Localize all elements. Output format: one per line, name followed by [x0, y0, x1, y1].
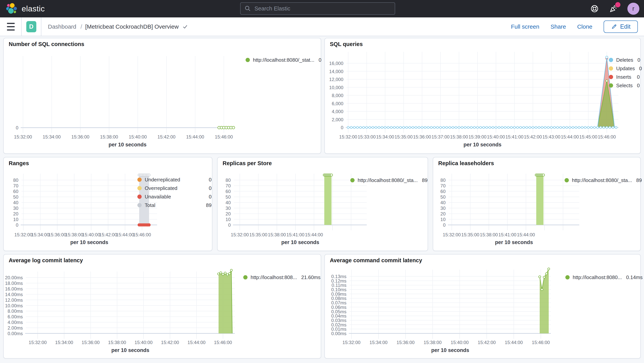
svg-text:15:36:00: 15:36:00	[396, 340, 414, 345]
legend-swatch-icon	[564, 178, 569, 182]
svg-text:15:40:00: 15:40:00	[129, 134, 147, 139]
svg-text:15:41:00: 15:41:00	[286, 232, 304, 237]
chart-area[interactable]: 0.13ms0.12ms0.11ms0.10ms0.09ms0.08ms0.07…	[325, 254, 640, 358]
user-avatar[interactable]: r	[628, 3, 639, 15]
svg-text:12,000: 12,000	[329, 77, 343, 82]
svg-text:15:36:00: 15:36:00	[82, 340, 100, 345]
svg-text:70: 70	[440, 183, 446, 188]
page-title: [Metricbeat CockroachDB] Overview	[85, 24, 179, 30]
edit-button[interactable]: Edit	[604, 21, 638, 33]
chart-area[interactable]: 8070605040302010015:32:0015:35:0015:38:0…	[218, 157, 428, 251]
panel-title[interactable]: SQL queries	[330, 41, 363, 47]
svg-text:15:35:00: 15:35:00	[461, 232, 479, 237]
svg-text:15:38:00: 15:38:00	[268, 232, 286, 237]
chart-area[interactable]: 16,00014,00012,00010,0008,0006,0004,0002…	[325, 38, 640, 153]
legend-item[interactable]: Selects0	[609, 81, 640, 90]
svg-text:15:40:00: 15:40:00	[134, 340, 152, 345]
svg-text:15:38:00: 15:38:00	[450, 134, 468, 139]
legend-item[interactable]: Underreplicated0	[138, 175, 212, 184]
chart-svg: 16,00014,00012,00010,0008,0006,0004,0002…	[325, 38, 640, 153]
panel-title[interactable]: Replicas per Store	[222, 160, 272, 167]
svg-text:15:36:00: 15:36:00	[71, 134, 89, 139]
share-button[interactable]: Share	[550, 24, 566, 30]
x-axis-title: per 10 seconds	[22, 142, 234, 148]
svg-text:0: 0	[443, 222, 446, 228]
panel-number-of-sql-connections: Number of SQL connections 015:32:0015:34…	[3, 38, 321, 154]
x-axis-title: per 10 seconds	[234, 239, 367, 245]
breadcrumb-dashboard[interactable]: Dashboard	[47, 23, 78, 30]
chart-legend: http://localhost:8080/_sta...89	[564, 176, 636, 184]
svg-text:15:44:00: 15:44:00	[505, 340, 523, 345]
svg-text:16.00ms: 16.00ms	[5, 286, 23, 291]
svg-text:40: 40	[440, 200, 446, 205]
elastic-logo[interactable]: elastic	[6, 0, 45, 18]
svg-text:30: 30	[226, 206, 231, 211]
clone-button[interactable]: Clone	[577, 24, 592, 30]
legend-value: 0	[314, 57, 321, 63]
svg-text:20.00ms: 20.00ms	[5, 275, 23, 280]
global-search-box[interactable]	[240, 2, 395, 15]
help-button[interactable]	[590, 4, 600, 14]
svg-text:15:38:00: 15:38:00	[108, 340, 126, 345]
chart-area[interactable]: 20.00ms18.00ms16.00ms14.00ms12.00ms10.00…	[4, 254, 321, 358]
svg-text:18.00ms: 18.00ms	[5, 281, 23, 286]
logo-wordmark: elastic	[22, 4, 45, 13]
svg-text:15:40:00: 15:40:00	[450, 340, 468, 345]
legend-label: http://localhost:8080/_stat...	[253, 57, 314, 63]
legend-item[interactable]: Updates0	[609, 64, 640, 73]
legend-label: http://localhost:808...	[250, 274, 297, 280]
legend-label: http://localhost:8080/_sta...	[572, 177, 632, 183]
svg-text:15:40:00: 15:40:00	[82, 232, 100, 237]
legend-item[interactable]: http://localhost:8080/_stat...0	[246, 56, 318, 64]
legend-swatch-icon	[243, 275, 248, 279]
panel-title[interactable]: Average command commit latency	[330, 257, 422, 264]
svg-text:50: 50	[13, 194, 18, 200]
legend-item[interactable]: http://localhost:8080/_sta...89	[564, 176, 636, 184]
legend-item[interactable]: Overreplicated0	[138, 184, 212, 192]
svg-text:15:46:00: 15:46:00	[215, 134, 233, 139]
legend-item[interactable]: http://localhost:8080...0.14ms	[565, 273, 640, 282]
svg-text:6,000: 6,000	[332, 101, 343, 106]
svg-text:60: 60	[13, 189, 18, 194]
legend-swatch-icon	[609, 66, 613, 71]
svg-text:15:42:00: 15:42:00	[99, 232, 117, 237]
legend-item[interactable]: Unavailable0	[138, 192, 212, 201]
panel-title[interactable]: Ranges	[9, 160, 29, 167]
panel-title[interactable]: Number of SQL connections	[9, 41, 84, 47]
chart-legend: Deletes0Updates0Inserts0Selects0	[609, 56, 640, 90]
svg-text:15:44:00: 15:44:00	[188, 340, 206, 345]
chart-area[interactable]: 8070605040302010015:32:0015:35:0015:38:0…	[433, 157, 640, 251]
legend-swatch-icon	[138, 186, 142, 190]
svg-text:14.00ms: 14.00ms	[5, 292, 23, 297]
panel-title[interactable]: Replica leaseholders	[438, 160, 494, 167]
dashboard-app-badge[interactable]: D	[26, 21, 36, 32]
svg-text:15:32:00: 15:32:00	[443, 232, 461, 237]
legend-item[interactable]: Inserts0	[609, 73, 640, 81]
avatar-letter: r	[632, 5, 634, 12]
legend-label: Underreplicated	[145, 177, 180, 183]
menu-button[interactable]	[7, 23, 16, 31]
dashboard-toolbar: D Dashboard / [Metricbeat CockroachDB] O…	[0, 18, 644, 36]
svg-text:16,000: 16,000	[329, 61, 343, 66]
svg-text:2.00ms: 2.00ms	[8, 325, 23, 330]
panel-ranges: Ranges 8070605040302010015:32:0015:34:00…	[3, 157, 212, 251]
svg-text:14,000: 14,000	[329, 69, 343, 74]
saved-check-icon[interactable]	[182, 24, 188, 30]
search-input[interactable]	[254, 5, 391, 12]
svg-text:15:34:00: 15:34:00	[31, 232, 49, 237]
full-screen-button[interactable]: Full screen	[511, 24, 539, 30]
svg-text:70: 70	[13, 183, 18, 188]
svg-text:40: 40	[13, 200, 18, 205]
legend-item[interactable]: http://localhost:8080/_sta...89	[350, 176, 422, 184]
svg-text:15:35:00: 15:35:00	[394, 134, 412, 139]
legend-item[interactable]: Total89	[138, 201, 212, 209]
panel-title[interactable]: Average log commit latency	[9, 257, 83, 264]
x-axis-title: per 10 seconds	[449, 239, 579, 245]
whats-new-button[interactable]	[608, 4, 618, 14]
legend-item[interactable]: Deletes0	[609, 56, 640, 64]
svg-text:10.00ms: 10.00ms	[5, 303, 23, 308]
svg-text:10: 10	[226, 217, 231, 222]
legend-item[interactable]: http://localhost:808...21.60ms	[243, 273, 318, 282]
svg-text:12.00ms: 12.00ms	[5, 297, 23, 303]
pencil-icon	[611, 24, 617, 30]
